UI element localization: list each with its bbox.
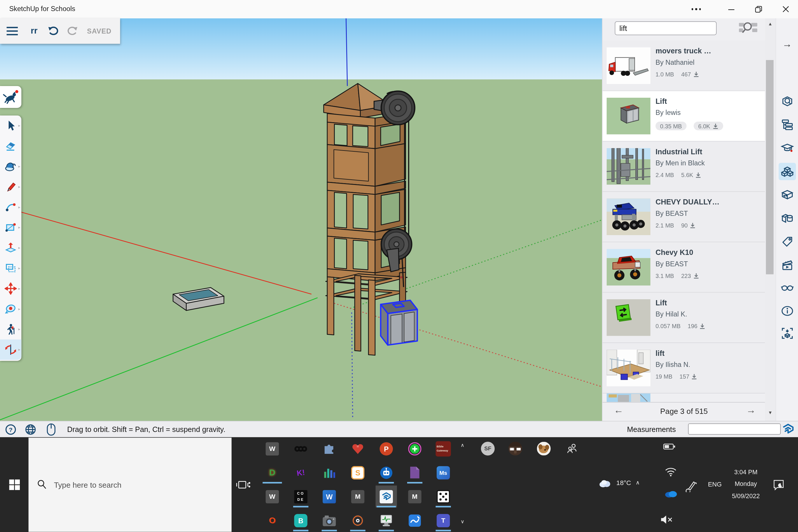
avatar-puppy[interactable] <box>537 442 551 455</box>
taskbar-app-plus[interactable] <box>403 437 426 460</box>
components-panel-button[interactable] <box>779 163 796 180</box>
image-search-button[interactable] <box>738 21 758 35</box>
taskbar-app-w2[interactable]: W <box>261 485 284 508</box>
wifi-button[interactable] <box>665 467 677 476</box>
warehouse-item[interactable]: lift By Ilisha N. 19 MB 157 <box>603 343 765 394</box>
shapes-tool[interactable]: ▸ <box>0 217 21 238</box>
warehouse-search[interactable] <box>615 21 717 35</box>
warehouse-item[interactable]: Lift By Hilal K. 0.057 MB 196 <box>603 292 765 343</box>
display-panel-button[interactable] <box>779 279 796 296</box>
scrollbar-thumb[interactable] <box>766 60 774 274</box>
battery-button[interactable] <box>663 443 676 450</box>
3d-viewport[interactable] <box>0 18 602 421</box>
windows-ink-button[interactable] <box>685 480 698 492</box>
collapse-panel-button[interactable]: → <box>782 39 792 50</box>
taskbar-app-robot[interactable] <box>375 461 398 484</box>
warehouse-item[interactable]: movers truck … By Nathaniel 1.0 MB 467 <box>603 41 765 91</box>
eraser-tool[interactable] <box>0 136 21 156</box>
entity-info-panel-button[interactable] <box>779 93 796 110</box>
warehouse-item[interactable]: CHEVY DUALLY… By BEAST 2.1 MB 90 <box>603 192 765 242</box>
volume-muted-button[interactable] <box>660 514 673 525</box>
scenes-panel-button[interactable] <box>779 256 796 273</box>
walk-tool[interactable]: ▸ <box>0 319 21 340</box>
taskbar-app-abc[interactable] <box>289 437 312 460</box>
people-button[interactable] <box>565 442 579 455</box>
avatar-sf[interactable]: SF <box>481 442 495 455</box>
undo-button[interactable] <box>44 18 63 44</box>
scroll-down-button[interactable]: ▼ <box>765 410 776 415</box>
taskbar-app-w[interactable]: W <box>261 437 284 460</box>
warehouse-item-partial[interactable] <box>607 394 650 402</box>
taskbar-app-m2[interactable]: M <box>403 485 426 508</box>
import-model-button[interactable] <box>779 325 796 342</box>
start-button[interactable] <box>0 437 28 532</box>
instructor-panel-button[interactable] <box>779 139 796 157</box>
taskbar-app-book-creator[interactable]: B <box>289 509 312 532</box>
tags-panel-button[interactable] <box>779 233 796 250</box>
taskbar-app-m1[interactable]: M <box>346 485 369 508</box>
avatar-minecraft[interactable] <box>508 442 522 455</box>
taskbar-app-chart[interactable] <box>318 461 341 484</box>
taskbar-app-bible-gateway[interactable]: Bible Gateway <box>432 437 455 460</box>
styles-panel-button[interactable] <box>779 210 796 227</box>
taskbar-app-teams[interactable]: T <box>432 509 455 532</box>
pencil-tool[interactable]: ▸ <box>0 176 21 197</box>
move-tool[interactable]: ▸ <box>0 278 21 299</box>
taskbar-app-monitor[interactable] <box>375 509 398 532</box>
taskbar-app-powerpoint[interactable]: P <box>375 437 398 460</box>
materials-panel-button[interactable] <box>779 186 796 204</box>
action-center-button[interactable] <box>773 479 785 491</box>
warehouse-search-input[interactable] <box>615 22 724 35</box>
taskbar-app-heart[interactable] <box>346 437 369 460</box>
taskbar-app-camera[interactable] <box>318 509 341 532</box>
panel-scrollbar[interactable]: ▲ ▼ <box>765 18 776 421</box>
redo-button[interactable] <box>63 18 81 44</box>
select-tool[interactable]: ▸ <box>0 115 21 136</box>
taskbar-app-scratch[interactable]: S <box>346 461 369 484</box>
model-info-panel-button[interactable] <box>779 302 796 319</box>
taskbar-search-box[interactable]: Type here to search <box>28 437 232 532</box>
taskbar-app-word[interactable]: W <box>318 485 341 508</box>
offset-tool[interactable]: ▸ <box>0 258 21 279</box>
language-indicator[interactable]: ENG <box>708 481 722 488</box>
warehouse-item[interactable]: Industrial Lift By Men in Black 2.4 MB 5… <box>603 141 765 192</box>
paint-bucket-tool[interactable]: ▸ <box>0 156 21 177</box>
warehouse-item[interactable]: Chevy K10 By BEAST 3.1 MB 223 <box>603 242 765 293</box>
scroll-up-button[interactable]: ▲ <box>765 21 776 26</box>
mouse-hints-button[interactable] <box>45 423 58 436</box>
weather-widget[interactable]: 18°C ∧ <box>598 478 640 487</box>
next-page-button[interactable]: → <box>746 404 756 416</box>
close-button[interactable] <box>774 0 797 18</box>
main-menu-button[interactable] <box>0 18 24 44</box>
apps-scroll-up[interactable]: ∧ <box>460 442 464 448</box>
arc-tool[interactable]: ▸ <box>0 197 21 217</box>
taskbar-app-office[interactable]: O <box>261 509 284 532</box>
taskbar-app-dice[interactable] <box>432 485 455 508</box>
taskbar-app-purple-doc[interactable] <box>403 461 426 484</box>
taskbar-app-puzzle[interactable] <box>318 437 341 460</box>
taskbar-app-music[interactable] <box>346 509 369 532</box>
mascot-button[interactable] <box>0 86 21 108</box>
outliner-panel-button[interactable] <box>779 116 796 133</box>
orbit-tool[interactable]: ▸ <box>0 340 21 360</box>
task-view-button[interactable] <box>235 478 250 492</box>
minimize-button[interactable] <box>720 0 743 18</box>
browser-menu-button[interactable] <box>685 0 708 18</box>
onedrive-button[interactable] <box>665 489 678 498</box>
restore-button[interactable] <box>747 0 770 18</box>
taskbar-app-sketchup[interactable] <box>375 485 398 508</box>
taskbar-app-code-org[interactable]: CO DE <box>289 485 312 508</box>
measurements-input[interactable] <box>688 423 781 435</box>
taskbar-app-whiteboard[interactable] <box>403 509 426 532</box>
tape-measure-tool[interactable]: ▸ <box>0 299 21 319</box>
help-button[interactable]: ? <box>4 423 17 436</box>
push-pull-tool[interactable]: ▸ <box>0 238 21 258</box>
clock[interactable]: 3:04 PM Monday 5/09/2022 <box>722 467 770 503</box>
document-name[interactable]: rr <box>24 18 44 44</box>
language-button[interactable] <box>24 423 37 436</box>
taskbar-app-kahoot[interactable]: K! <box>289 461 312 484</box>
taskbar-app-mathspace[interactable]: Ms <box>432 461 455 484</box>
taskbar-app-d[interactable]: D <box>261 461 284 484</box>
apps-scroll-down[interactable]: ∨ <box>460 518 464 524</box>
warehouse-item[interactable]: Lift By lewis 0.35 MB 6.0K <box>603 91 765 141</box>
